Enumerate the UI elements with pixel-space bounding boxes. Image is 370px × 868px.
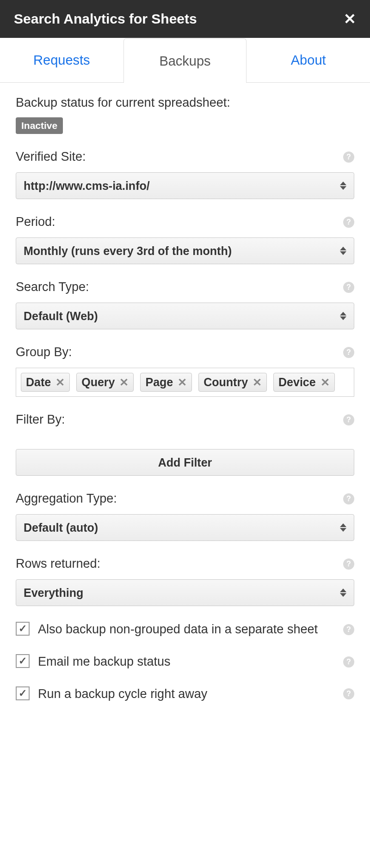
aggregation-select[interactable]: Default (auto) xyxy=(16,514,354,541)
help-icon[interactable]: ? xyxy=(343,558,354,570)
filter-by-label: Filter By: xyxy=(16,413,65,427)
tab-backups[interactable]: Backups xyxy=(123,38,247,83)
search-type-value: Default (Web) xyxy=(24,310,98,323)
chip-date: Date ✕ xyxy=(21,373,70,392)
tab-bar: Requests Backups About xyxy=(0,38,370,83)
tab-about[interactable]: About xyxy=(247,38,370,82)
field-period: Period: ? Monthly (runs every 3rd of the… xyxy=(16,215,354,264)
chip-remove-icon[interactable]: ✕ xyxy=(178,376,187,389)
close-icon[interactable]: ✕ xyxy=(344,10,356,28)
add-filter-label: Add Filter xyxy=(158,456,212,469)
field-verified-site: Verified Site: ? http://www.cms-ia.info/ xyxy=(16,150,354,199)
chip-remove-icon[interactable]: ✕ xyxy=(321,376,330,389)
help-icon[interactable]: ? xyxy=(343,282,354,293)
help-icon[interactable]: ? xyxy=(343,624,354,635)
select-arrows-icon xyxy=(340,523,346,532)
tab-requests[interactable]: Requests xyxy=(0,38,123,82)
chip-label: Device xyxy=(278,376,316,389)
search-type-label: Search Type: xyxy=(16,280,89,294)
checkbox-email-status[interactable]: ✓ xyxy=(16,654,30,668)
period-select[interactable]: Monthly (runs every 3rd of the month) xyxy=(16,237,354,264)
verified-site-select[interactable]: http://www.cms-ia.info/ xyxy=(16,172,354,199)
checkbox-label: Also backup non-grouped data in a separa… xyxy=(38,621,354,638)
help-icon[interactable]: ? xyxy=(343,688,354,699)
header: Search Analytics for Sheets ✕ xyxy=(0,0,370,38)
chip-label: Query xyxy=(81,376,115,389)
field-aggregation-type: Aggregation Type: ? Default (auto) xyxy=(16,492,354,541)
aggregation-label: Aggregation Type: xyxy=(16,492,117,506)
verified-site-value: http://www.cms-ia.info/ xyxy=(24,179,150,193)
select-arrows-icon xyxy=(340,312,346,320)
help-icon[interactable]: ? xyxy=(343,152,354,163)
chip-label: Country xyxy=(204,376,248,389)
checkbox-row-backup-nongrouped: ✓ Also backup non-grouped data in a sepa… xyxy=(16,621,354,638)
content: Backup status for current spreadsheet: I… xyxy=(0,83,370,721)
select-arrows-icon xyxy=(340,589,346,597)
select-arrows-icon xyxy=(340,247,346,255)
group-by-input[interactable]: Date ✕ Query ✕ Page ✕ Country ✕ Device ✕ xyxy=(16,368,354,397)
chip-label: Page xyxy=(145,376,173,389)
period-label: Period: xyxy=(16,215,56,229)
field-filter-by: Filter By: ? Add Filter xyxy=(16,413,354,476)
field-group-by: Group By: ? Date ✕ Query ✕ Page ✕ Countr… xyxy=(16,345,354,397)
select-arrows-icon xyxy=(340,182,346,190)
chip-device: Device ✕ xyxy=(273,373,335,392)
rows-returned-value: Everything xyxy=(24,586,83,600)
help-icon[interactable]: ? xyxy=(343,414,354,425)
checkbox-run-now[interactable]: ✓ xyxy=(16,686,30,700)
chip-query: Query ✕ xyxy=(76,373,134,392)
app-title: Search Analytics for Sheets xyxy=(14,11,197,27)
field-search-type: Search Type: ? Default (Web) xyxy=(16,280,354,329)
verified-site-label: Verified Site: xyxy=(16,150,86,164)
backup-status-label: Backup status for current spreadsheet: xyxy=(16,96,354,110)
help-icon[interactable]: ? xyxy=(343,656,354,668)
aggregation-value: Default (auto) xyxy=(24,521,98,534)
help-icon[interactable]: ? xyxy=(343,217,354,228)
rows-returned-label: Rows returned: xyxy=(16,557,100,571)
chip-remove-icon[interactable]: ✕ xyxy=(119,376,129,389)
checkbox-label: Email me backup status xyxy=(38,653,354,671)
help-icon[interactable]: ? xyxy=(343,493,354,504)
checkbox-row-run-now: ✓ Run a backup cycle right away ? xyxy=(16,686,354,703)
help-icon[interactable]: ? xyxy=(343,347,354,358)
field-rows-returned: Rows returned: ? Everything xyxy=(16,557,354,606)
checkbox-label: Run a backup cycle right away xyxy=(38,686,354,703)
chip-page: Page ✕ xyxy=(140,373,192,392)
period-value: Monthly (runs every 3rd of the month) xyxy=(24,244,232,258)
rows-returned-select[interactable]: Everything xyxy=(16,579,354,606)
checkbox-backup-nongrouped[interactable]: ✓ xyxy=(16,622,30,636)
chip-country: Country ✕ xyxy=(198,373,267,392)
status-badge: Inactive xyxy=(16,117,63,134)
chip-remove-icon[interactable]: ✕ xyxy=(253,376,262,389)
chip-label: Date xyxy=(26,376,51,389)
search-type-select[interactable]: Default (Web) xyxy=(16,303,354,329)
chip-remove-icon[interactable]: ✕ xyxy=(56,376,65,389)
group-by-label: Group By: xyxy=(16,345,72,359)
checkbox-row-email-status: ✓ Email me backup status ? xyxy=(16,653,354,671)
add-filter-button[interactable]: Add Filter xyxy=(16,449,354,476)
